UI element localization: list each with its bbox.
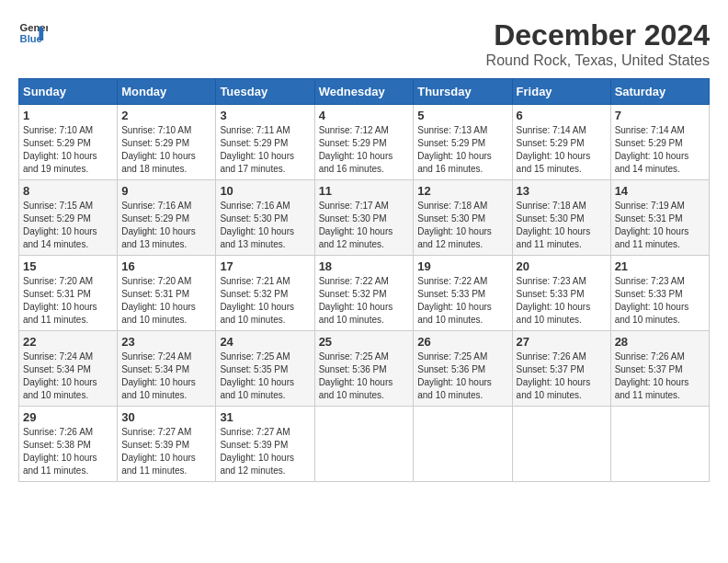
day-number: 21 — [615, 259, 705, 273]
day-number: 28 — [615, 335, 705, 349]
calendar-cell: 16Sunrise: 7:20 AM Sunset: 5:31 PM Dayli… — [118, 256, 216, 331]
day-info: Sunrise: 7:11 AM Sunset: 5:29 PM Dayligh… — [220, 124, 310, 176]
calendar-cell: 20Sunrise: 7:23 AM Sunset: 5:33 PM Dayli… — [512, 256, 610, 331]
calendar-cell: 19Sunrise: 7:22 AM Sunset: 5:33 PM Dayli… — [414, 256, 512, 331]
day-info: Sunrise: 7:12 AM Sunset: 5:29 PM Dayligh… — [319, 124, 410, 176]
day-info: Sunrise: 7:24 AM Sunset: 5:34 PM Dayligh… — [121, 350, 211, 402]
day-info: Sunrise: 7:21 AM Sunset: 5:32 PM Dayligh… — [220, 275, 310, 327]
logo-icon: General Blue — [18, 18, 48, 48]
calendar-cell: 9Sunrise: 7:16 AM Sunset: 5:29 PM Daylig… — [118, 180, 216, 256]
day-info: Sunrise: 7:24 AM Sunset: 5:34 PM Dayligh… — [23, 350, 113, 402]
day-info: Sunrise: 7:14 AM Sunset: 5:29 PM Dayligh… — [615, 124, 705, 176]
calendar-week-row: 22Sunrise: 7:24 AM Sunset: 5:34 PM Dayli… — [19, 331, 710, 407]
day-info: Sunrise: 7:20 AM Sunset: 5:31 PM Dayligh… — [121, 275, 211, 327]
calendar-cell: 2Sunrise: 7:10 AM Sunset: 5:29 PM Daylig… — [118, 105, 216, 180]
day-info: Sunrise: 7:25 AM Sunset: 5:36 PM Dayligh… — [417, 350, 507, 402]
day-number: 3 — [220, 109, 310, 122]
day-info: Sunrise: 7:14 AM Sunset: 5:29 PM Dayligh… — [517, 124, 607, 176]
day-info: Sunrise: 7:25 AM Sunset: 5:36 PM Dayligh… — [319, 350, 410, 402]
day-number: 22 — [23, 335, 113, 349]
calendar-cell: 13Sunrise: 7:18 AM Sunset: 5:30 PM Dayli… — [512, 180, 610, 256]
svg-text:General: General — [20, 22, 48, 33]
calendar-cell: 18Sunrise: 7:22 AM Sunset: 5:32 PM Dayli… — [314, 256, 414, 331]
day-of-week-header: Sunday — [19, 79, 118, 105]
day-info: Sunrise: 7:17 AM Sunset: 5:30 PM Dayligh… — [319, 200, 410, 251]
day-number: 25 — [319, 335, 410, 349]
day-number: 1 — [23, 109, 113, 122]
calendar-cell: 7Sunrise: 7:14 AM Sunset: 5:29 PM Daylig… — [610, 105, 709, 180]
day-info: Sunrise: 7:15 AM Sunset: 5:29 PM Dayligh… — [23, 200, 113, 251]
day-info: Sunrise: 7:23 AM Sunset: 5:33 PM Dayligh… — [615, 275, 705, 327]
calendar-cell: 4Sunrise: 7:12 AM Sunset: 5:29 PM Daylig… — [314, 105, 414, 180]
day-number: 26 — [417, 335, 507, 349]
day-of-week-header: Tuesday — [216, 79, 314, 105]
day-number: 5 — [417, 109, 507, 122]
day-number: 9 — [121, 184, 211, 198]
calendar-cell: 17Sunrise: 7:21 AM Sunset: 5:32 PM Dayli… — [216, 256, 314, 331]
day-number: 8 — [23, 184, 113, 198]
day-info: Sunrise: 7:26 AM Sunset: 5:37 PM Dayligh… — [615, 350, 705, 402]
day-number: 6 — [517, 109, 607, 122]
day-number: 10 — [220, 184, 310, 198]
day-info: Sunrise: 7:26 AM Sunset: 5:38 PM Dayligh… — [23, 426, 113, 477]
day-info: Sunrise: 7:19 AM Sunset: 5:31 PM Dayligh… — [615, 200, 705, 251]
day-number: 19 — [417, 259, 507, 273]
calendar-week-row: 1Sunrise: 7:10 AM Sunset: 5:29 PM Daylig… — [19, 105, 710, 180]
calendar-header-row: SundayMondayTuesdayWednesdayThursdayFrid… — [19, 79, 710, 105]
calendar-cell: 28Sunrise: 7:26 AM Sunset: 5:37 PM Dayli… — [610, 331, 709, 407]
calendar-cell: 1Sunrise: 7:10 AM Sunset: 5:29 PM Daylig… — [19, 105, 118, 180]
calendar-cell: 22Sunrise: 7:24 AM Sunset: 5:34 PM Dayli… — [19, 331, 118, 407]
day-info: Sunrise: 7:25 AM Sunset: 5:35 PM Dayligh… — [220, 350, 310, 402]
svg-text:Blue: Blue — [20, 33, 42, 44]
day-info: Sunrise: 7:10 AM Sunset: 5:29 PM Dayligh… — [121, 124, 211, 176]
day-info: Sunrise: 7:27 AM Sunset: 5:39 PM Dayligh… — [121, 426, 211, 477]
day-info: Sunrise: 7:13 AM Sunset: 5:29 PM Dayligh… — [417, 124, 507, 176]
day-number: 13 — [517, 184, 607, 198]
day-number: 31 — [220, 410, 310, 424]
calendar-cell: 11Sunrise: 7:17 AM Sunset: 5:30 PM Dayli… — [314, 180, 414, 256]
day-info: Sunrise: 7:18 AM Sunset: 5:30 PM Dayligh… — [417, 200, 507, 251]
calendar-table: SundayMondayTuesdayWednesdayThursdayFrid… — [18, 78, 710, 482]
day-info: Sunrise: 7:16 AM Sunset: 5:29 PM Dayligh… — [121, 200, 211, 251]
day-number: 20 — [517, 259, 607, 273]
calendar-cell: 10Sunrise: 7:16 AM Sunset: 5:30 PM Dayli… — [216, 180, 314, 256]
day-number: 24 — [220, 335, 310, 349]
calendar-cell: 25Sunrise: 7:25 AM Sunset: 5:36 PM Dayli… — [314, 331, 414, 407]
calendar-week-row: 29Sunrise: 7:26 AM Sunset: 5:38 PM Dayli… — [19, 407, 710, 482]
day-info: Sunrise: 7:18 AM Sunset: 5:30 PM Dayligh… — [517, 200, 607, 251]
calendar-week-row: 15Sunrise: 7:20 AM Sunset: 5:31 PM Dayli… — [19, 256, 710, 331]
calendar-cell: 29Sunrise: 7:26 AM Sunset: 5:38 PM Dayli… — [19, 407, 118, 482]
calendar-cell — [512, 407, 610, 482]
calendar-cell — [610, 407, 709, 482]
day-info: Sunrise: 7:22 AM Sunset: 5:32 PM Dayligh… — [319, 275, 410, 327]
calendar-cell: 12Sunrise: 7:18 AM Sunset: 5:30 PM Dayli… — [414, 180, 512, 256]
day-number: 30 — [121, 410, 211, 424]
day-number: 16 — [121, 259, 211, 273]
day-number: 17 — [220, 259, 310, 273]
day-info: Sunrise: 7:16 AM Sunset: 5:30 PM Dayligh… — [220, 200, 310, 251]
calendar-cell: 31Sunrise: 7:27 AM Sunset: 5:39 PM Dayli… — [216, 407, 314, 482]
day-number: 29 — [23, 410, 113, 424]
day-info: Sunrise: 7:10 AM Sunset: 5:29 PM Dayligh… — [23, 124, 113, 176]
day-number: 23 — [121, 335, 211, 349]
day-number: 2 — [121, 109, 211, 122]
day-number: 14 — [615, 184, 705, 198]
day-number: 15 — [23, 259, 113, 273]
day-of-week-header: Thursday — [414, 79, 512, 105]
calendar-cell: 15Sunrise: 7:20 AM Sunset: 5:31 PM Dayli… — [19, 256, 118, 331]
day-info: Sunrise: 7:27 AM Sunset: 5:39 PM Dayligh… — [220, 426, 310, 477]
day-of-week-header: Wednesday — [314, 79, 414, 105]
calendar-cell: 23Sunrise: 7:24 AM Sunset: 5:34 PM Dayli… — [118, 331, 216, 407]
calendar-cell: 3Sunrise: 7:11 AM Sunset: 5:29 PM Daylig… — [216, 105, 314, 180]
calendar-cell: 5Sunrise: 7:13 AM Sunset: 5:29 PM Daylig… — [414, 105, 512, 180]
calendar-cell: 27Sunrise: 7:26 AM Sunset: 5:37 PM Dayli… — [512, 331, 610, 407]
day-of-week-header: Saturday — [610, 79, 709, 105]
day-of-week-header: Monday — [118, 79, 216, 105]
calendar-week-row: 8Sunrise: 7:15 AM Sunset: 5:29 PM Daylig… — [19, 180, 710, 256]
month-title: December 2024 — [486, 18, 710, 52]
day-info: Sunrise: 7:20 AM Sunset: 5:31 PM Dayligh… — [23, 275, 113, 327]
calendar-cell: 6Sunrise: 7:14 AM Sunset: 5:29 PM Daylig… — [512, 105, 610, 180]
calendar-cell — [414, 407, 512, 482]
location: Round Rock, Texas, United States — [486, 52, 710, 69]
day-number: 4 — [319, 109, 410, 122]
